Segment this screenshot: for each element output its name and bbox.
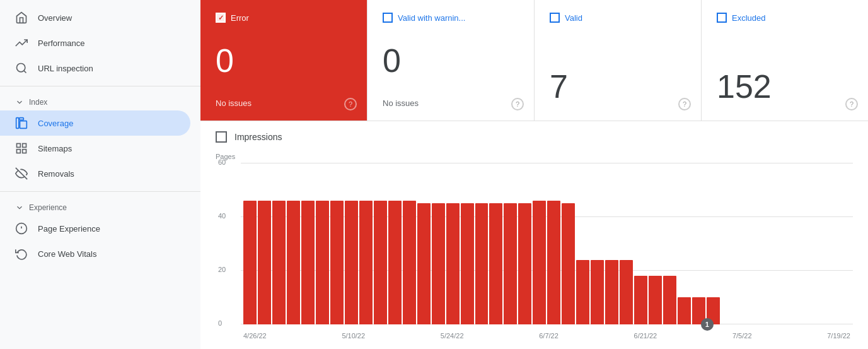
y-tick-20: 20 [218,266,226,273]
svg-point-0 [17,64,25,72]
sidebar-item-performance[interactable]: Performance [0,30,190,56]
bar-13 [432,203,445,324]
coverage-icon [15,117,28,129]
sidebar: Overview Performance URL inspection Inde… [0,0,200,349]
bar-18 [504,203,517,324]
excluded-help-icon[interactable]: ? [845,98,858,110]
sidebar-label-sitemaps: Sitemaps [38,144,72,153]
valid-header: Valid [550,13,686,23]
sidebar-label-removals: Removals [38,169,74,179]
removals-icon [15,167,28,180]
valid-warning-card[interactable]: Valid with warnin... 0 No issues ? [367,0,535,121]
divider-2 [0,191,200,192]
valid-warning-header: Valid with warnin... [383,13,519,23]
valid-label: Valid [565,13,582,23]
sidebar-item-overview[interactable]: Overview [0,5,190,30]
error-card-header: Error [216,13,352,23]
sidebar-item-removals[interactable]: Removals [0,161,190,186]
main-content: Error 0 No issues ? Valid with warnin...… [200,0,868,349]
bar-10 [388,201,402,324]
svg-rect-3 [16,118,19,129]
bar-6 [330,201,344,324]
section-label-index: Index [0,92,200,110]
svg-rect-6 [23,144,26,148]
bar-30 [678,297,691,324]
excluded-count: 152 [717,70,853,103]
bar-23 [576,260,589,324]
x-axis: 4/26/22 5/10/22 5/24/22 6/7/22 6/21/22 7… [241,332,853,340]
valid-card[interactable]: Valid 7 ? [535,0,702,121]
x-label-4: 6/7/22 [539,332,558,340]
x-label-3: 5/24/22 [441,332,464,340]
valid-warning-help-icon[interactable]: ? [511,98,524,110]
bar-12 [417,203,431,324]
valid-help-icon[interactable]: ? [678,98,691,110]
bar-22 [562,203,575,324]
y-tick-40: 40 [218,212,226,220]
svg-rect-4 [20,121,27,129]
excluded-header: Excluded [717,13,853,23]
y-tick-60: 60 [218,158,226,166]
bar-27 [634,276,647,324]
home-icon [15,11,28,24]
bar-1 [258,201,271,324]
section-index-text: Index [29,98,47,107]
bar-25 [605,260,618,324]
excluded-label: Excluded [732,13,765,23]
bar-14 [446,203,460,324]
x-label-6: 7/5/22 [732,332,752,340]
sidebar-item-sitemaps[interactable]: Sitemaps [0,136,190,161]
error-label: Error [231,13,249,23]
bar-16 [475,203,489,324]
page-experience-icon [15,222,28,235]
x-label-7: 7/19/22 [827,332,850,340]
chart-y-label: Pages [216,153,853,160]
bar-8 [359,201,373,324]
sidebar-item-coverage[interactable]: Coverage [0,110,190,136]
svg-rect-2 [20,118,24,120]
valid-warning-checkbox[interactable] [383,13,393,23]
error-help-icon[interactable]: ? [344,98,357,110]
bar-3 [287,201,300,324]
impressions-label: Impressions [234,132,282,142]
sidebar-item-page-experience[interactable]: Page Experience [0,216,190,241]
sitemaps-icon [15,142,28,155]
bar-29 [663,276,676,324]
chart-area: Pages 60 40 20 0 1 4/26/22 5/10/22 5/24/… [200,148,868,349]
bar-28 [649,276,662,324]
error-count: 0 [216,44,352,77]
section-label-experience: Experience [0,197,200,216]
valid-warning-label: Valid with warnin... [398,13,465,23]
sidebar-item-core-web-vitals[interactable]: Core Web Vitals [0,241,190,266]
sidebar-label-url-inspection: URL inspection [38,64,93,73]
error-card[interactable]: Error 0 No issues ? [200,0,367,121]
sidebar-label-overview: Overview [38,13,72,23]
sidebar-label-coverage: Coverage [38,119,73,128]
svg-line-1 [24,71,26,73]
svg-rect-8 [23,150,26,153]
error-checkbox[interactable] [216,13,226,23]
excluded-checkbox[interactable] [717,13,727,23]
trending-up-icon [15,37,28,49]
excluded-card[interactable]: Excluded 152 ? [702,0,868,121]
x-label-5: 6/21/22 [634,332,657,340]
bar-5 [316,201,329,324]
sidebar-item-url-inspection[interactable]: URL inspection [0,56,190,81]
x-label-2: 5/10/22 [342,332,365,340]
divider-1 [0,86,200,86]
x-label-1: 4/26/22 [243,332,267,340]
bar-26 [620,260,633,324]
impressions-row: Impressions [200,121,868,148]
bar-4 [301,201,315,324]
search-icon [15,62,28,74]
sidebar-label-core-web-vitals: Core Web Vitals [38,249,96,259]
valid-warning-sublabel: No issues [383,98,519,108]
valid-checkbox[interactable] [550,13,560,23]
bar-2 [272,201,286,324]
bar-15 [461,203,474,324]
bar-7 [345,201,358,324]
valid-warning-count: 0 [383,44,519,77]
bars-wrapper: 1 [241,163,853,324]
impressions-checkbox[interactable] [216,131,227,143]
chart-dot: 1 [701,318,714,331]
